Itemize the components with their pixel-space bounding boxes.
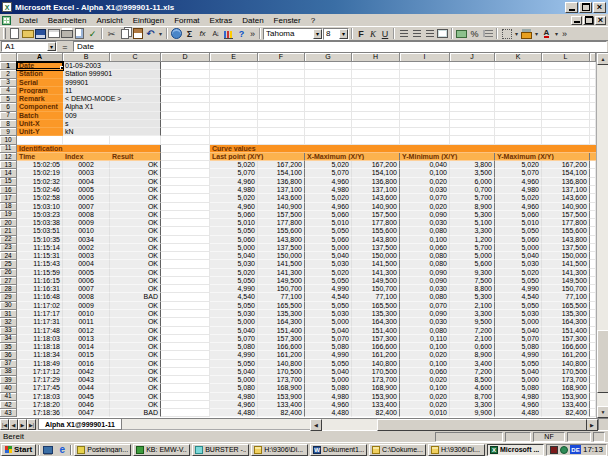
cell-F2[interactable]	[258, 70, 305, 78]
minimize-button[interactable]	[565, 2, 578, 13]
tray-app-icon[interactable]	[550, 446, 558, 454]
chart-wizard-icon[interactable]	[222, 27, 235, 40]
cell-L34[interactable]: 157,300	[542, 335, 590, 343]
cell-E4[interactable]	[210, 87, 258, 95]
cell-H18[interactable]: 140,900	[352, 203, 400, 211]
row-header-40[interactable]: 40	[0, 384, 17, 392]
cell-E38[interactable]: 5,040	[210, 368, 258, 376]
cell-C19[interactable]: OK	[110, 211, 161, 219]
row-header-9[interactable]: 9	[0, 128, 17, 136]
cell-D3[interactable]	[161, 79, 210, 87]
cell-I25[interactable]: 0,080	[400, 260, 450, 268]
cell-J5[interactable]	[450, 95, 495, 103]
italic-button[interactable]: K	[367, 27, 379, 40]
cell-G27[interactable]: 5,050	[305, 277, 352, 285]
cell-G14[interactable]: 5,070	[305, 169, 352, 177]
merge-center-icon[interactable]	[436, 27, 449, 40]
cell-K1[interactable]	[495, 62, 542, 70]
select-all-corner[interactable]	[0, 53, 17, 62]
menu-einfgen[interactable]: Einfügen	[128, 15, 170, 26]
cell-D29[interactable]	[161, 293, 210, 301]
cell-H24[interactable]: 150,000	[352, 252, 400, 260]
cell-D20[interactable]	[161, 219, 210, 227]
tab-split-handle[interactable]	[598, 419, 608, 430]
cell-G43[interactable]: 4,480	[305, 409, 352, 417]
cell-F29[interactable]: 77,100	[258, 293, 305, 301]
cell-G15[interactable]: 4,960	[305, 178, 352, 186]
cell-G42[interactable]: 4,960	[305, 401, 352, 409]
cell-H35[interactable]: 166,600	[352, 343, 400, 351]
cell-I28[interactable]: 0,030	[400, 285, 450, 293]
tray-status-icon[interactable]	[560, 446, 568, 454]
cell-E31[interactable]: 5,030	[210, 310, 258, 318]
cell-A22[interactable]: 15:10:35	[17, 236, 63, 244]
cell-C23[interactable]: OK	[110, 244, 161, 252]
header-curve-2[interactable]: Y-Minimum (X/Y)	[400, 153, 495, 161]
cell-L17[interactable]: 143,600	[542, 194, 590, 202]
cell-L19[interactable]: 157,500	[542, 211, 590, 219]
cell-I29[interactable]: 0,080	[400, 293, 450, 301]
cell-D22[interactable]	[161, 236, 210, 244]
cell-C15[interactable]: OK	[110, 178, 161, 186]
cell-C22[interactable]: OK	[110, 236, 161, 244]
cell-K14[interactable]: 5,070	[495, 169, 542, 177]
cell-B39[interactable]: 0043	[63, 376, 110, 384]
cell-F3[interactable]	[258, 79, 305, 87]
cell-K16[interactable]: 4,980	[495, 186, 542, 194]
cell-F33[interactable]: 151,400	[258, 327, 305, 335]
row-header-31[interactable]: 31	[0, 310, 17, 318]
cell-L25[interactable]: 141,500	[542, 260, 590, 268]
cell-J23[interactable]: 5,700	[450, 244, 495, 252]
column-header-L[interactable]: L	[542, 53, 590, 62]
cell-J10[interactable]	[450, 136, 495, 144]
close-button[interactable]	[593, 2, 606, 13]
cell-B41[interactable]: 0045	[63, 393, 110, 401]
doc-close-button[interactable]	[595, 16, 606, 25]
cell-E5[interactable]	[210, 95, 258, 103]
cell-B1[interactable]: 01-09-2003	[63, 62, 161, 70]
cell-A23[interactable]: 11:15:14	[17, 244, 63, 252]
cell-J4[interactable]	[450, 87, 495, 95]
cell-H13[interactable]: 167,200	[352, 161, 400, 169]
cell-K25[interactable]: 5,030	[495, 260, 542, 268]
cell-F13[interactable]: 167,200	[258, 161, 305, 169]
cell-E3[interactable]	[210, 79, 258, 87]
cell-K41[interactable]: 4,980	[495, 393, 542, 401]
cell-H38[interactable]: 170,500	[352, 368, 400, 376]
language-indicator[interactable]: DE	[570, 445, 581, 454]
cell-A21[interactable]: 15:03:51	[17, 227, 63, 235]
cell-D36[interactable]	[161, 351, 210, 359]
cell-C17[interactable]: OK	[110, 194, 161, 202]
cell-D40[interactable]	[161, 384, 210, 392]
cell-I7[interactable]	[400, 112, 450, 120]
chevron-down-icon[interactable]: ▾	[513, 30, 520, 37]
cell-I20[interactable]: 0,030	[400, 219, 450, 227]
cell-H29[interactable]: 77,100	[352, 293, 400, 301]
vertical-scrollbar[interactable]: ▲ ▼	[596, 53, 608, 418]
cell-A41[interactable]: 17:18:03	[17, 393, 63, 401]
taskbar-task-0[interactable]: Posteingan...	[74, 444, 131, 456]
cell-K37[interactable]: 5,050	[495, 360, 542, 368]
row-header-32[interactable]: 32	[0, 318, 17, 326]
cell-F27[interactable]: 149,500	[258, 277, 305, 285]
cell-H39[interactable]: 173,700	[352, 376, 400, 384]
cell-H15[interactable]: 136,800	[352, 178, 400, 186]
cell-I4[interactable]	[400, 87, 450, 95]
cell-A8[interactable]: Unit-X	[17, 120, 63, 128]
cell-A32[interactable]: 11:17:31	[17, 318, 63, 326]
cell-G37[interactable]: 5,050	[305, 360, 352, 368]
cell-I16[interactable]: 0,030	[400, 186, 450, 194]
cell-D5[interactable]	[161, 95, 210, 103]
cell-A39[interactable]: 17:17:29	[17, 376, 63, 384]
cell-F4[interactable]	[258, 87, 305, 95]
cell-I39[interactable]: 0,020	[400, 376, 450, 384]
cell-D42[interactable]	[161, 401, 210, 409]
row-header-2[interactable]: 2	[0, 70, 17, 78]
cell-C16[interactable]: OK	[110, 186, 161, 194]
cell-J34[interactable]: 2,100	[450, 335, 495, 343]
cell-F37[interactable]: 140,800	[258, 360, 305, 368]
cell-K10[interactable]	[495, 136, 542, 144]
cell-J26[interactable]: 9,300	[450, 269, 495, 277]
cell-L38[interactable]: 170,500	[542, 368, 590, 376]
row-header-38[interactable]: 38	[0, 368, 17, 376]
